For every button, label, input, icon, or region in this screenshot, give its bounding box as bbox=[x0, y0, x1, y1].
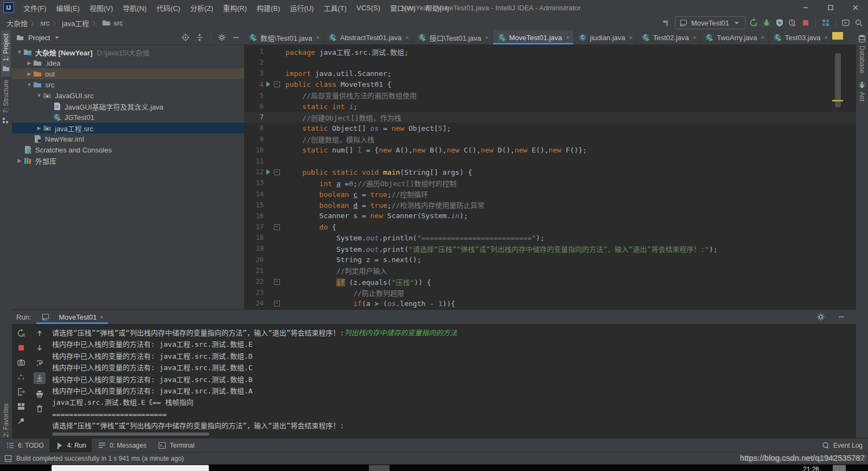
menu-item-6[interactable]: 重构(R) bbox=[218, 0, 252, 15]
menu-item-8[interactable]: 运行(U) bbox=[285, 0, 318, 15]
tree-expand-icon[interactable]: ▶ bbox=[26, 71, 33, 77]
collapse-icon[interactable] bbox=[195, 33, 205, 42]
down-icon[interactable] bbox=[35, 343, 44, 353]
fold-icon[interactable]: − bbox=[272, 169, 281, 175]
minus-icon[interactable] bbox=[837, 312, 846, 322]
editor-tab-abstracttest01-java[interactable]: CAbstractTest01.java× bbox=[324, 30, 413, 44]
rerun-icon[interactable] bbox=[749, 18, 758, 28]
fold-icon[interactable]: − bbox=[272, 224, 281, 230]
breadcrumb-item-3[interactable]: src bbox=[113, 19, 123, 27]
editor-tab-twoarry-java[interactable]: CTwoArry.java× bbox=[700, 30, 769, 44]
code-line-23[interactable]: 23 //防止数列超限 bbox=[244, 287, 856, 298]
editor-tab-test02-java[interactable]: CTest02.java× bbox=[637, 30, 700, 44]
toggle-panels-icon[interactable] bbox=[3, 454, 13, 463]
fold-icon[interactable]: − bbox=[272, 301, 281, 307]
tree-item-大杂烩-newyear-[interactable]: ▼大杂烩 [NewYear]D:\java15\大杂烩 bbox=[12, 47, 244, 58]
target-icon[interactable] bbox=[181, 33, 190, 42]
code-line-22[interactable]: 22− if (z.equals("压栈")) { bbox=[244, 276, 856, 287]
tool-window-bar-0-messages[interactable]: 0: Messages bbox=[92, 438, 152, 453]
console-hscrollbar[interactable] bbox=[52, 432, 209, 436]
code-line-21[interactable]: 21 //判定用户输入 bbox=[244, 265, 856, 276]
code-line-11[interactable]: 11 bbox=[244, 156, 856, 167]
softwrap-icon[interactable] bbox=[35, 358, 44, 367]
code-line-19[interactable]: 19 System.out.print("请选择“压栈”“弹栈”或“列出栈内存中… bbox=[244, 243, 856, 254]
close-icon[interactable]: × bbox=[693, 34, 696, 41]
tool-window-button-database[interactable]: Database bbox=[857, 30, 867, 77]
runwin-icon[interactable] bbox=[841, 18, 851, 28]
run-gutter-icon[interactable] bbox=[264, 168, 272, 176]
coverage-icon[interactable] bbox=[775, 18, 784, 28]
tree-item-scratches-and-consoles[interactable]: Scratches and Consoles bbox=[12, 144, 244, 155]
tool-window-bar-4-run[interactable]: 4: Run bbox=[49, 438, 92, 453]
breadcrumb-item-0[interactable]: 大杂烩 bbox=[7, 18, 28, 28]
code-line-9[interactable]: 9 //创建数组，模拟入栈 bbox=[244, 134, 856, 145]
minus-icon[interactable] bbox=[231, 33, 241, 42]
run-gutter-icon[interactable] bbox=[264, 80, 272, 88]
tree-expand-icon[interactable]: ▶ bbox=[16, 158, 23, 163]
code-line-18[interactable]: 18 System.out.println("=================… bbox=[244, 232, 856, 243]
code-line-10[interactable]: 10 static num[] l = {new A(),new B(),new… bbox=[244, 145, 856, 156]
code-line-14[interactable]: 14 boolean c = true;//控制循环 bbox=[244, 188, 856, 199]
tool-window-bar-6-todo[interactable]: 6: TODO bbox=[0, 438, 49, 453]
maximize-button[interactable] bbox=[818, 0, 843, 15]
code-line-5[interactable]: 5 //局部变量供栈方法的遍历数组使用 bbox=[244, 90, 856, 101]
menu-item-10[interactable]: VCS(S) bbox=[352, 0, 385, 15]
menu-item-3[interactable]: 导航(N) bbox=[118, 0, 151, 15]
code-line-1[interactable]: 1package java工程.src.测试.数组; bbox=[244, 46, 856, 57]
close-icon[interactable]: × bbox=[100, 313, 104, 321]
layout-icon[interactable] bbox=[16, 402, 26, 411]
gear-icon[interactable] bbox=[816, 312, 826, 322]
run-config-select[interactable]: MoveTest01 bbox=[675, 16, 745, 29]
close-icon[interactable]: × bbox=[485, 34, 488, 41]
pin-icon[interactable] bbox=[16, 416, 26, 426]
tree-expand-icon[interactable]: ▶ bbox=[26, 60, 33, 66]
structure-icon[interactable] bbox=[821, 18, 831, 28]
tree-item-javagui-src[interactable]: ▼JavaGUI.src bbox=[12, 90, 244, 101]
tool-window-button-7-structure[interactable]: 7: Structure bbox=[1, 77, 11, 129]
editor-tab-test03-java[interactable]: CTest03.java× bbox=[769, 30, 832, 44]
minimize-button[interactable] bbox=[793, 0, 818, 15]
tree-item-javagui基础字符及其含义-java[interactable]: JavaGUI基础字符及其含义.java bbox=[12, 101, 244, 112]
hammer-icon[interactable] bbox=[662, 18, 672, 28]
profiler-icon[interactable] bbox=[788, 18, 797, 28]
editor-tab-数组-test01-java[interactable]: C数组\Test01.java× bbox=[244, 30, 324, 44]
run-console[interactable]: 请选择“压栈”“弹栈”或“列出栈内存中储存的变量指向的方法”，输入“退出”将会结… bbox=[52, 324, 854, 431]
tree-item-out[interactable]: ▶out bbox=[12, 68, 244, 79]
close-icon[interactable]: × bbox=[825, 34, 828, 41]
menu-item-9[interactable]: 工具(T) bbox=[318, 0, 352, 15]
fold-icon[interactable]: − bbox=[272, 279, 281, 285]
close-icon[interactable]: × bbox=[316, 34, 319, 41]
code-line-17[interactable]: 17− do { bbox=[244, 221, 856, 232]
trash-icon[interactable] bbox=[35, 404, 44, 413]
gc-icon[interactable] bbox=[16, 372, 26, 382]
code-line-13[interactable]: 13 int a =0;//遍历Object[]数组时的控制 bbox=[244, 177, 856, 188]
tree-expand-icon[interactable]: ▼ bbox=[26, 82, 33, 87]
tree-item-newyear-iml[interactable]: NewYear.iml bbox=[12, 133, 244, 144]
code-line-6[interactable]: 6 static int i; bbox=[244, 101, 856, 112]
code-line-3[interactable]: 3import java.util.Scanner; bbox=[244, 68, 856, 79]
up-icon[interactable] bbox=[35, 328, 44, 338]
breadcrumb-item-2[interactable]: java工程 bbox=[62, 18, 89, 28]
code-line-8[interactable]: 8 static Object[] os = new Object[5]; bbox=[244, 123, 856, 133]
menu-item-5[interactable]: 分析(Z) bbox=[185, 0, 218, 15]
tree-item-src[interactable]: ▼src bbox=[12, 79, 244, 90]
close-button[interactable] bbox=[843, 0, 868, 15]
tool-window-bar-terminal[interactable]: Terminal bbox=[152, 438, 200, 453]
tool-window-button-ant[interactable]: Ant bbox=[857, 77, 867, 105]
run-tab[interactable]: MoveTest01 × bbox=[36, 310, 108, 324]
menu-item-4[interactable]: 代码(C) bbox=[151, 0, 185, 15]
camera-icon[interactable] bbox=[16, 358, 26, 367]
debug-icon[interactable] bbox=[762, 18, 771, 28]
close-icon[interactable]: × bbox=[566, 34, 569, 41]
code-line-12[interactable]: 12− public static void main(String[] arg… bbox=[244, 167, 856, 177]
tree-expand-icon[interactable]: ▼ bbox=[36, 93, 42, 98]
code-line-2[interactable]: 2 bbox=[244, 57, 856, 68]
code-line-20[interactable]: 20 String z = s.next(); bbox=[244, 254, 856, 265]
tree-expand-icon[interactable]: ▶ bbox=[36, 125, 42, 131]
gear-icon[interactable] bbox=[217, 33, 227, 42]
code-area[interactable]: 1package java工程.src.测试.数组;23import java.… bbox=[244, 44, 856, 309]
close-icon[interactable]: × bbox=[629, 34, 633, 41]
close-icon[interactable]: × bbox=[405, 34, 409, 41]
editor[interactable]: C数组\Test01.java×CAbstractTest01.java×C接口… bbox=[244, 30, 856, 309]
editor-scrollbar[interactable] bbox=[835, 53, 841, 107]
